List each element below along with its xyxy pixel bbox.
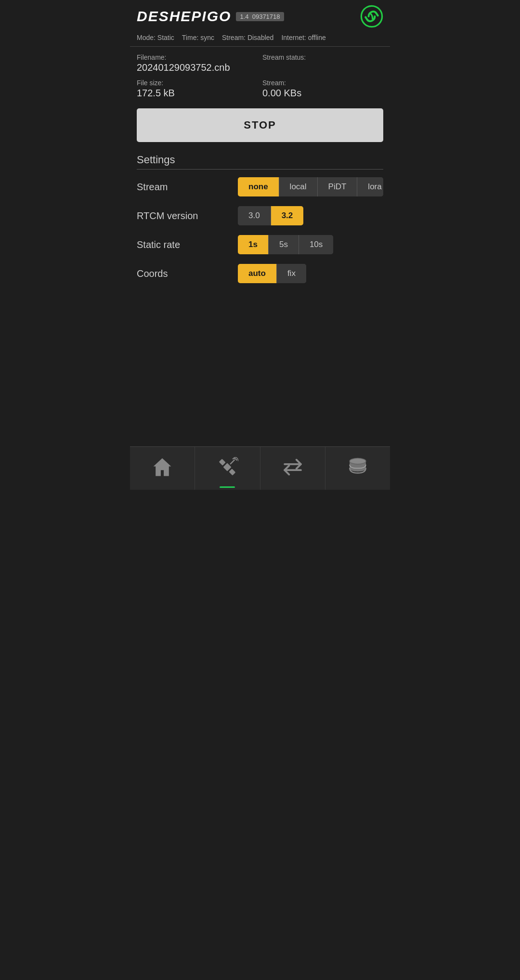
database-icon bbox=[347, 456, 369, 478]
filename-block: Filename: 20240129093752.cnb bbox=[137, 53, 258, 73]
static-rate-segmented-control: 1s 5s 10s bbox=[238, 235, 333, 254]
rtcm-setting-label: RTCM version bbox=[137, 210, 238, 222]
mode-status: Mode: Static bbox=[137, 34, 174, 41]
satellite-indicator bbox=[220, 486, 235, 488]
link-icon bbox=[360, 5, 383, 28]
stream-block: Stream: 0.00 KBs bbox=[262, 79, 383, 99]
stream-option-lora[interactable]: lora bbox=[357, 177, 383, 196]
stop-button-wrap: STOP bbox=[130, 104, 390, 149]
filename-label: Filename: bbox=[137, 53, 258, 61]
svg-marker-1 bbox=[154, 458, 171, 476]
settings-divider bbox=[137, 169, 383, 170]
satellite-icon bbox=[216, 456, 238, 478]
stream-option-pidt[interactable]: PiDT bbox=[318, 177, 358, 196]
coords-setting-row: Coords auto fix bbox=[137, 264, 383, 283]
coords-option-fix[interactable]: fix bbox=[277, 264, 306, 283]
header: DESHEPIGO 1.4 09371718 bbox=[130, 0, 390, 31]
time-status: Time: sync bbox=[182, 34, 214, 41]
status-bar: Mode: Static Time: sync Stream: Disabled… bbox=[130, 31, 390, 47]
static-rate-option-10s[interactable]: 10s bbox=[299, 235, 333, 254]
transfer-icon bbox=[282, 456, 304, 478]
svg-rect-4 bbox=[229, 469, 236, 475]
nav-item-satellite[interactable] bbox=[195, 447, 260, 490]
rtcm-option-30[interactable]: 3.0 bbox=[238, 206, 271, 225]
stream-status-label: Stream status: bbox=[262, 53, 383, 61]
stream-setting-row: Stream none local PiDT lora bbox=[137, 177, 383, 196]
svg-rect-2 bbox=[223, 463, 232, 471]
rtcm-segmented-control: 3.0 3.2 bbox=[238, 206, 303, 225]
filesize-block: File size: 172.5 kB bbox=[137, 79, 258, 99]
static-rate-setting-label: Static rate bbox=[137, 239, 238, 250]
static-rate-option-5s[interactable]: 5s bbox=[269, 235, 299, 254]
svg-rect-3 bbox=[219, 458, 226, 465]
stream-value: 0.00 KBs bbox=[262, 88, 383, 99]
stream-setting-label: Stream bbox=[137, 182, 238, 193]
coords-option-auto[interactable]: auto bbox=[238, 264, 277, 283]
settings-section: Settings Stream none local PiDT lora RTC… bbox=[130, 149, 390, 446]
bottom-nav bbox=[130, 446, 390, 490]
stream-option-local[interactable]: local bbox=[279, 177, 318, 196]
static-rate-option-1s[interactable]: 1s bbox=[238, 235, 269, 254]
static-rate-setting-row: Static rate 1s 5s 10s bbox=[137, 235, 383, 254]
rtcm-setting-row: RTCM version 3.0 3.2 bbox=[137, 206, 383, 225]
svg-line-5 bbox=[231, 459, 235, 464]
logo: DESHEPIGO bbox=[137, 8, 231, 25]
version-badge: 1.4 09371718 bbox=[236, 12, 284, 21]
stream-label: Stream: bbox=[262, 79, 383, 87]
nav-item-home[interactable] bbox=[130, 447, 195, 490]
internet-status: Internet: offline bbox=[281, 34, 325, 41]
settings-title: Settings bbox=[137, 154, 383, 166]
info-section: Filename: 20240129093752.cnb Stream stat… bbox=[130, 47, 390, 104]
filesize-value: 172.5 kB bbox=[137, 88, 258, 99]
rtcm-option-32[interactable]: 3.2 bbox=[271, 206, 304, 225]
filename-value: 20240129093752.cnb bbox=[137, 62, 258, 73]
coords-segmented-control: auto fix bbox=[238, 264, 306, 283]
filesize-label: File size: bbox=[137, 79, 258, 87]
coords-setting-label: Coords bbox=[137, 268, 238, 279]
stop-button[interactable]: STOP bbox=[137, 108, 383, 142]
stream-status-block: Stream status: bbox=[262, 53, 383, 73]
stream-status: Stream: Disabled bbox=[222, 34, 273, 41]
nav-item-transfer[interactable] bbox=[260, 447, 325, 490]
stream-option-none[interactable]: none bbox=[238, 177, 279, 196]
nav-item-database[interactable] bbox=[325, 447, 390, 490]
home-icon bbox=[151, 456, 173, 478]
stream-segmented-control: none local PiDT lora bbox=[238, 177, 383, 196]
